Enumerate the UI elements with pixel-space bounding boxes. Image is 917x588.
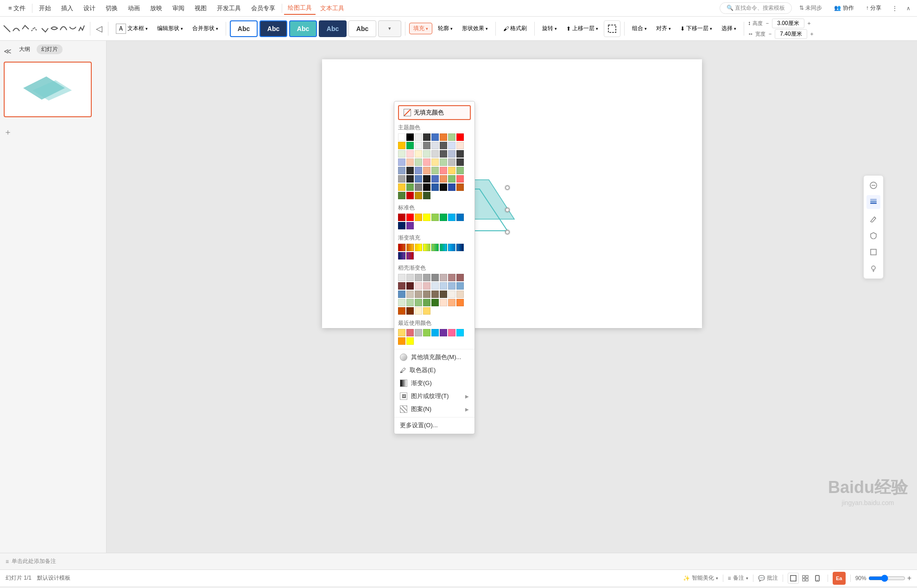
fill-gradient-cell[interactable] xyxy=(448,299,455,306)
recent-color-cell[interactable] xyxy=(398,337,405,345)
float-btn-rect[interactable] xyxy=(866,245,880,259)
theme-color-cell[interactable] xyxy=(431,133,439,141)
theme-color-cell[interactable] xyxy=(406,167,414,174)
handle-br[interactable] xyxy=(505,230,510,234)
theme-color-cell[interactable] xyxy=(456,158,464,166)
fill-gradient-cell[interactable] xyxy=(406,291,414,298)
menu-home[interactable]: 开始 xyxy=(34,2,56,14)
fill-gradient-cell[interactable] xyxy=(406,307,414,315)
collapse-btn[interactable]: ≪ xyxy=(4,47,12,56)
recent-color-cell[interactable] xyxy=(431,329,439,336)
image-texture-btn[interactable]: 🖼 图片或纹理(T) ▶ xyxy=(394,390,474,403)
menu-drawing-tool[interactable]: 绘图工具 xyxy=(284,2,316,15)
fill-gradient-cell[interactable] xyxy=(431,282,439,290)
other-fill-btn[interactable]: 其他填充颜色(M)... xyxy=(394,351,474,364)
fill-btn[interactable]: 填充 ▾ xyxy=(409,23,432,34)
standard-color-cell[interactable] xyxy=(406,214,414,221)
fill-gradient-cell[interactable] xyxy=(431,274,439,281)
fill-gradient-cell[interactable] xyxy=(423,307,430,315)
theme-color-cell[interactable] xyxy=(406,192,414,199)
theme-color-cell[interactable] xyxy=(456,142,464,149)
line-tool-5[interactable] xyxy=(41,25,49,33)
theme-color-cell[interactable] xyxy=(406,133,414,141)
recent-color-cell[interactable] xyxy=(456,329,464,336)
fill-gradient-cell[interactable] xyxy=(406,282,414,290)
gradient-color-cell[interactable] xyxy=(448,244,455,251)
minimize-btn[interactable]: ∧ xyxy=(904,5,913,12)
theme-color-cell[interactable] xyxy=(440,133,447,141)
fill-gradient-cell[interactable] xyxy=(398,274,405,281)
theme-color-cell[interactable] xyxy=(415,150,422,158)
move-up-btn[interactable]: ⬆ 上移一层 ▾ xyxy=(563,23,602,34)
smart-beauty-btn[interactable]: ✨ 智能美化 ▾ xyxy=(683,574,718,582)
style-box-2[interactable]: Abc xyxy=(259,20,287,37)
menu-file[interactable]: ≡ 文件 xyxy=(4,2,30,14)
theme-color-cell[interactable] xyxy=(398,183,405,191)
tab-slides[interactable]: 幻灯片 xyxy=(37,44,63,54)
fill-gradient-cell[interactable] xyxy=(415,274,422,281)
fill-gradient-cell[interactable] xyxy=(440,282,447,290)
align-btn[interactable]: 对齐 ▾ xyxy=(652,23,675,34)
menu-slideshow[interactable]: 放映 xyxy=(145,2,167,14)
fill-gradient-cell[interactable] xyxy=(415,282,422,290)
theme-color-cell[interactable] xyxy=(431,158,439,166)
fill-gradient-cell[interactable] xyxy=(398,307,405,315)
outline-btn[interactable]: 轮廓 ▾ xyxy=(434,23,456,34)
height-minus[interactable]: － xyxy=(765,19,770,27)
line-tool-2[interactable] xyxy=(12,25,20,33)
theme-color-cell[interactable] xyxy=(456,133,464,141)
float-btn-minus[interactable] xyxy=(866,178,880,192)
float-btn-pen[interactable] xyxy=(866,212,880,226)
fill-gradient-cell[interactable] xyxy=(423,299,430,306)
theme-color-cell[interactable] xyxy=(440,150,447,158)
line-tool-6[interactable] xyxy=(50,25,58,33)
grid-view-btn[interactable] xyxy=(800,573,811,584)
width-plus[interactable]: ＋ xyxy=(809,30,815,38)
theme-color-cell[interactable] xyxy=(423,133,430,141)
standard-color-cell[interactable] xyxy=(448,214,455,221)
fill-gradient-cell[interactable] xyxy=(448,274,455,281)
fill-gradient-cell[interactable] xyxy=(431,291,439,298)
handle-mr[interactable] xyxy=(505,208,510,212)
float-btn-shield[interactable] xyxy=(866,228,880,242)
fill-gradient-cell[interactable] xyxy=(398,282,405,290)
theme-color-cell[interactable] xyxy=(406,183,414,191)
fill-gradient-cell[interactable] xyxy=(456,291,464,298)
gradient-color-cell[interactable] xyxy=(431,244,439,251)
standard-color-cell[interactable] xyxy=(398,214,405,221)
no-fill-btn[interactable]: 无填充颜色 xyxy=(398,105,471,120)
tab-outline[interactable]: 大纲 xyxy=(14,44,35,54)
theme-color-cell[interactable] xyxy=(423,158,430,166)
theme-color-cell[interactable] xyxy=(423,192,430,199)
comment-btn[interactable]: 💬 批注 xyxy=(758,574,778,582)
fill-gradient-cell[interactable] xyxy=(423,274,430,281)
line-tool-7[interactable] xyxy=(59,25,68,33)
theme-color-cell[interactable] xyxy=(423,142,430,149)
menu-developer[interactable]: 开发工具 xyxy=(212,2,246,14)
slide-thumbnail[interactable] xyxy=(4,62,92,117)
rotate-btn[interactable]: 旋转 ▾ xyxy=(538,23,561,34)
theme-color-cell[interactable] xyxy=(456,167,464,174)
theme-color-cell[interactable] xyxy=(415,175,422,183)
fill-gradient-cell[interactable] xyxy=(456,282,464,290)
gradient-color-cell[interactable] xyxy=(415,244,422,251)
style-box-5[interactable]: Abc xyxy=(348,20,376,37)
theme-color-cell[interactable] xyxy=(448,158,455,166)
recent-color-cell[interactable] xyxy=(406,337,414,345)
sync-btn[interactable]: ⇅ 未同步 xyxy=(795,3,827,13)
line-tool-3[interactable] xyxy=(21,25,30,33)
shape-effect-btn[interactable]: 形状效果 ▾ xyxy=(458,23,492,34)
theme-color-cell[interactable] xyxy=(415,142,422,149)
select-btn[interactable]: 选择 ▾ xyxy=(718,23,740,34)
move-down-btn[interactable]: ⬇ 下移一层 ▾ xyxy=(677,23,716,34)
theme-color-cell[interactable] xyxy=(448,142,455,149)
share-btn[interactable]: ↑ 分享 xyxy=(861,3,886,13)
fill-gradient-cell[interactable] xyxy=(415,299,422,306)
theme-color-cell[interactable] xyxy=(440,158,447,166)
menu-member[interactable]: 会员专享 xyxy=(247,2,280,14)
theme-color-cell[interactable] xyxy=(431,150,439,158)
menu-transition[interactable]: 切换 xyxy=(101,2,122,14)
search-btn[interactable]: 🔍 直找命令、搜索模板 xyxy=(720,2,792,14)
theme-color-cell[interactable] xyxy=(456,175,464,183)
add-slide-btn[interactable]: ＋ xyxy=(4,126,102,138)
